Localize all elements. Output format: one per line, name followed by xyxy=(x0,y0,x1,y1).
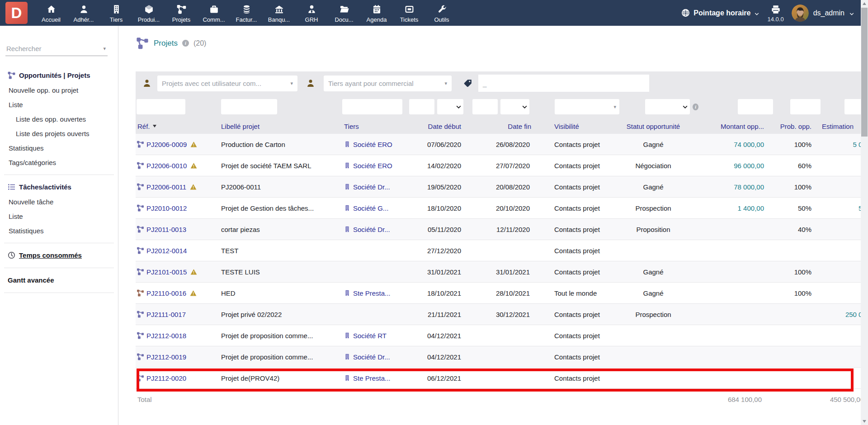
tag-filter-input[interactable]: _ xyxy=(478,75,649,92)
top-menu-item-grh[interactable]: GRH xyxy=(295,0,328,26)
column-header-visibilite[interactable]: Visibilité xyxy=(533,118,610,134)
project-ref-link[interactable]: PJ2006-0009 xyxy=(146,141,187,148)
project-ref-link[interactable]: PJ2112-0018 xyxy=(146,332,186,340)
top-menu-item-outils[interactable]: Outils xyxy=(425,0,458,26)
project-ref-link[interactable]: PJ2110-0016 xyxy=(146,289,186,297)
top-menu-item-accueil[interactable]: Accueil xyxy=(35,0,67,26)
sidebar-item-nouvelle-tache[interactable]: Nouvelle tâche xyxy=(0,195,118,209)
filter-amount-input[interactable] xyxy=(738,99,773,114)
top-menu-item-produi[interactable]: Produi... xyxy=(132,0,165,26)
scroll-up-button[interactable] xyxy=(861,0,868,7)
project-diagram-icon xyxy=(137,141,144,148)
top-menu-item-banqu[interactable]: Banqu... xyxy=(263,0,295,26)
timesheet-menu-entry[interactable]: Pointage horaire xyxy=(681,9,760,17)
user-project-filter-select[interactable]: Projets avec cet utilisateur com... ▾ xyxy=(157,76,297,91)
building-icon xyxy=(344,141,350,148)
opportunity-probability xyxy=(766,240,814,261)
vertical-scrollbar xyxy=(861,0,868,425)
thirdparty-link[interactable]: Société RT xyxy=(353,332,387,340)
project-label: Production de Carton xyxy=(219,134,342,155)
column-header-prob-opp[interactable]: Prob. opp. xyxy=(766,118,814,134)
sidebar-item-statistiques[interactable]: Statistiques xyxy=(0,224,118,238)
date-start: 19/05/2020 xyxy=(409,176,463,197)
sidebar-item-nouvelle-opp-ou-projet[interactable]: Nouvelle opp. ou projet xyxy=(0,83,118,98)
sidebar-item-statistiques[interactable]: Statistiques xyxy=(0,141,118,156)
thirdparty-link[interactable]: Société Dr... xyxy=(353,226,390,233)
thirdparty-link[interactable]: Société ERO xyxy=(353,162,392,170)
project-ref-link[interactable]: PJ2101-0015 xyxy=(146,268,187,276)
filter-visibility-select[interactable]: ▾ xyxy=(555,99,619,114)
user-menu[interactable]: ds_admin xyxy=(792,5,854,22)
top-menu-item-factur[interactable]: Factur... xyxy=(230,0,263,26)
date-end: 20/08/2020 xyxy=(463,176,533,197)
sidebar-section-taches-activites[interactable]: Tâches/activités xyxy=(0,179,118,195)
project-ref-link[interactable]: PJ2112-0020 xyxy=(146,374,186,382)
column-header-tiers[interactable]: Tiers xyxy=(342,118,409,134)
filter-date-end-input[interactable] xyxy=(472,99,498,114)
filter-opp-status-select[interactable] xyxy=(645,99,690,114)
top-menu-item-docu[interactable]: Docu... xyxy=(328,0,360,26)
column-header-label: Réf. xyxy=(137,123,150,130)
filter-date-start-select[interactable] xyxy=(437,99,463,114)
project-label: Projet de proposition comme... xyxy=(219,346,342,367)
opportunity-probability: 100% xyxy=(766,261,814,282)
thirdparty-link[interactable]: Société Dr... xyxy=(353,183,390,191)
opportunity-amount xyxy=(696,368,766,388)
sidebar-item-liste-des-opp-ouvertes[interactable]: Liste des opp. ouvertes xyxy=(0,112,118,127)
top-menu-item-comm[interactable]: Comm... xyxy=(198,0,230,26)
scroll-down-button[interactable] xyxy=(861,418,868,425)
opportunity-status: Prospection xyxy=(610,198,696,218)
commercial-filter-select[interactable]: Tiers ayant pour commercial ▾ xyxy=(324,76,452,91)
thirdparty-link[interactable]: Ste Presta... xyxy=(353,289,391,297)
table-row-pj2112-0018: PJ2112-0018Projet de proposition comme..… xyxy=(136,325,868,346)
opportunity-probability: 50% xyxy=(766,198,814,218)
thirdparty-link[interactable]: Ste Presta... xyxy=(353,374,391,382)
column-header-date-debut[interactable]: Date début xyxy=(409,118,463,134)
column-header-estimation[interactable]: Estimation xyxy=(814,118,868,134)
usertie-icon xyxy=(307,5,316,14)
date-end xyxy=(463,240,533,261)
sidebar-section-gantt-avancee[interactable]: Gantt avancée xyxy=(0,273,118,288)
sidebar-section-opportunites-projets[interactable]: Opportunités | Projets xyxy=(0,68,118,83)
filter-prob-input[interactable] xyxy=(790,99,821,114)
top-menu-item-adher[interactable]: Adhér... xyxy=(67,0,100,26)
sidebar-item-liste-des-projets-ouverts[interactable]: Liste des projets ouverts xyxy=(0,127,118,141)
print-icon[interactable] xyxy=(770,5,781,14)
filter-date-end-select[interactable] xyxy=(500,99,529,114)
scrollbar-thumb[interactable] xyxy=(861,8,868,137)
thirdparty-link[interactable]: Société G... xyxy=(353,204,388,212)
top-menu-item-agenda[interactable]: Agenda xyxy=(360,0,393,26)
sidebar-section-temps-consommes[interactable]: Temps consommés xyxy=(0,248,118,263)
sidebar-item-liste[interactable]: Liste xyxy=(0,209,118,224)
sidebar-search[interactable]: Rechercher ▾ xyxy=(5,45,108,56)
top-menu-item-tickets[interactable]: Tickets xyxy=(393,0,425,26)
column-header-libelle-projet[interactable]: Libellé projet xyxy=(219,118,342,134)
project-label: Projet de société TAEM SARL xyxy=(219,155,342,176)
project-ref-link[interactable]: PJ2012-0014 xyxy=(146,247,187,255)
project-ref-link[interactable]: PJ2006-0011 xyxy=(146,183,186,191)
filter-date-start-input[interactable] xyxy=(409,99,434,114)
filter-label-input[interactable] xyxy=(221,99,277,114)
column-header-montant-opp[interactable]: Montant opp... xyxy=(696,118,766,134)
column-header-statut-opportunite[interactable]: Statut opportunité xyxy=(610,118,696,134)
building-icon xyxy=(344,289,350,297)
thirdparty-link[interactable]: Société Dr... xyxy=(353,353,390,361)
filter-ref-input[interactable] xyxy=(137,99,185,114)
project-ref-link[interactable]: PJ2112-0019 xyxy=(146,353,186,361)
project-ref-link[interactable]: PJ2011-0013 xyxy=(146,226,186,233)
top-menu-item-tiers[interactable]: Tiers xyxy=(100,0,132,26)
project-ref-link[interactable]: PJ2111-0017 xyxy=(146,311,186,318)
project-ref-link[interactable]: PJ2010-0012 xyxy=(146,204,187,212)
filter-tiers-input[interactable] xyxy=(342,99,402,114)
column-header-date-fin[interactable]: Date fin xyxy=(463,118,533,134)
sidebar-item-tags-categories[interactable]: Tags/catégories xyxy=(0,156,118,170)
project-label: Projet de proposition comme... xyxy=(219,325,342,346)
sidebar-section-label: Temps consommés xyxy=(19,251,82,259)
sidebar-item-liste[interactable]: Liste xyxy=(0,98,118,112)
dolibarr-logo[interactable]: D xyxy=(5,2,28,24)
column-header-ref[interactable]: Réf. xyxy=(136,118,219,134)
top-menu-item-projets[interactable]: Projets xyxy=(165,0,198,26)
table-row-pj2112-0020: PJ2112-0020Projet de(PROV42)Ste Presta..… xyxy=(136,368,868,389)
project-ref-link[interactable]: PJ2006-0010 xyxy=(146,162,187,170)
thirdparty-link[interactable]: Société ERO xyxy=(353,141,392,148)
